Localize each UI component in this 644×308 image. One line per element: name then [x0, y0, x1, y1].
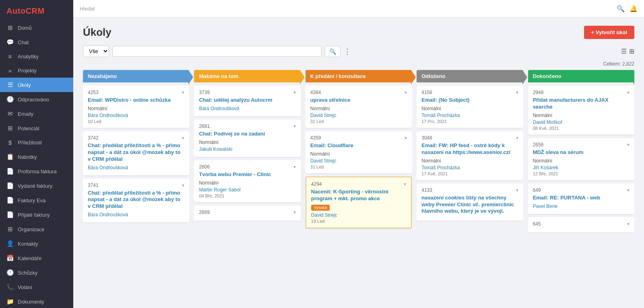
sidebar-item-domů[interactable]: ⊞Domů [0, 21, 73, 35]
card-person: David Moškoř [533, 119, 630, 125]
card-id: 4156▾ [421, 90, 518, 95]
card-number: 3741 [88, 183, 99, 188]
sidebar-item-volání[interactable]: 📞Volání [0, 280, 73, 294]
sidebar-item-chat[interactable]: 💬Chat [0, 35, 73, 49]
sidebar-item-přijaté-faktury[interactable]: 📄Přijaté faktury [0, 207, 73, 222]
card-person: Jakub Kowalski [199, 146, 295, 152]
task-card[interactable]: 2948▾Přidat manufacturers do AJAX search… [528, 86, 634, 135]
card-dropdown-icon[interactable]: ▾ [627, 142, 630, 148]
card-dropdown-icon[interactable]: ▾ [405, 90, 407, 95]
card-dropdown-icon[interactable]: ▾ [627, 221, 630, 227]
sidebar-item-nabídky[interactable]: 📋Nabídky [0, 150, 73, 164]
main-area: Hledat 🔍 🔔 Úkoly + Vytvořit úkol Vše 🔍 ⋮… [73, 0, 644, 308]
sidebar-item-faktury-eva[interactable]: 📄Faktury Eva [0, 193, 73, 207]
card-dropdown-icon[interactable]: ▾ [182, 183, 184, 188]
sidebar-item-kontakty[interactable]: 👤Kontakty [0, 236, 73, 251]
sidebar-icon: 🕐 [6, 96, 14, 103]
card-id: 4253▾ [88, 90, 184, 95]
card-dropdown-icon[interactable]: ▾ [627, 187, 630, 193]
task-card[interactable]: 4133▾nasazení cookies lišty na všechny w… [417, 183, 523, 221]
task-card[interactable]: 4253▾Email: WPDistro - online schůzkaNor… [83, 86, 189, 128]
card-number: 3048 [421, 135, 432, 141]
card-priority: Normální [421, 158, 518, 164]
card-dropdown-icon[interactable]: ▾ [516, 90, 518, 95]
sidebar-item-dokumenty[interactable]: 📁Dokumenty [0, 294, 73, 308]
task-card[interactable]: 2606▾Tvorba webu Premier - ClinicNormáln… [194, 160, 300, 202]
card-date: 12 Bře, 2021 [533, 171, 630, 176]
card-person: Jiří Košárek [533, 165, 630, 170]
card-id: 649▾ [533, 187, 630, 193]
card-dropdown-icon[interactable]: ▾ [293, 209, 296, 215]
sidebar-item-emaily[interactable]: ✉Emaily [0, 107, 73, 121]
sidebar-item-kalendáře[interactable]: 📅Kalendáře [0, 251, 73, 265]
card-id: 2669▾ [199, 209, 295, 215]
task-card[interactable]: 3741▾Chat: předělat příležitosti a % - p… [83, 179, 189, 223]
task-card[interactable]: 645▾ [528, 217, 634, 232]
card-number: 3742 [88, 135, 99, 141]
sidebar-item-label: Nabídky [18, 154, 37, 160]
kanban-board: Nezahájeno4253▾Email: WPDistro - online … [83, 70, 634, 292]
card-number: 2948 [533, 90, 544, 95]
task-card[interactable]: 4294▾Nacenit: K-Sporting - věrnostní pro… [305, 177, 412, 228]
sidebar-icon: 📅 [6, 255, 14, 262]
card-dropdown-icon[interactable]: ▾ [293, 90, 296, 95]
card-date: 31 Led [310, 164, 407, 169]
card-dropdown-icon[interactable]: ▾ [405, 135, 407, 141]
card-dropdown-icon[interactable]: ▾ [516, 135, 518, 141]
card-dropdown-icon[interactable]: ▾ [293, 123, 296, 129]
sidebar-item-potenciál[interactable]: ⊞Potenciál [0, 121, 73, 136]
sidebar-icon: ⊞ [6, 125, 14, 132]
filter-search-button[interactable]: 🔍 [325, 46, 341, 57]
card-title: Email: FW: HP feed - ostré kódy k nasaze… [421, 142, 518, 156]
kanban-view-button[interactable]: ⊞ [629, 47, 634, 55]
card-person: Pavel Bene [533, 203, 630, 209]
sidebar-icon: ≡ [6, 53, 14, 60]
filter-input[interactable] [112, 46, 322, 57]
bell-icon[interactable]: 🔔 [630, 5, 638, 12]
filter-more-button[interactable]: ⋮ [344, 47, 351, 56]
card-date: 31 Led [310, 119, 407, 124]
card-number: 645 [533, 221, 541, 227]
task-card[interactable]: 3048▾Email: FW: HP feed - ostré kódy k n… [417, 131, 523, 180]
card-dropdown-icon[interactable]: ▾ [182, 90, 184, 95]
sidebar-item-vydané-faktury[interactable]: 📄Vydané faktury [0, 179, 73, 193]
card-id: 3742▾ [88, 135, 184, 141]
filter-select[interactable]: Vše [83, 45, 109, 57]
sidebar-item-organizace[interactable]: ⊞Organizace [0, 222, 73, 236]
task-card[interactable]: 2681▾Chat: Podívej se na zadaniNormálníJ… [194, 119, 300, 157]
card-person: Bára Ondroušková [199, 106, 295, 111]
card-dropdown-icon[interactable]: ▾ [293, 164, 296, 170]
task-card[interactable]: 3739▾Chat: udělej analýzu AutocrmBára On… [194, 86, 300, 116]
kanban-cards-dokonceno: 2948▾Přidat manufacturers do AJAX search… [528, 86, 634, 292]
card-priority: Normální [88, 106, 184, 111]
create-task-button[interactable]: + Vytvořit úkol [584, 26, 634, 39]
sidebar-item-projekty[interactable]: »Projekty [0, 64, 73, 78]
task-card[interactable]: 3742▾Chat: předělat příležitosti a % - p… [83, 131, 189, 175]
search-input[interactable] [99, 6, 613, 12]
task-card[interactable]: 2656▾MDŽ sleva na sérumNormálníJiří Košá… [528, 138, 634, 180]
kanban-cards-predani: 4364▾uprava střelniceNormálníDavid Strej… [305, 86, 412, 292]
sidebar-item-příležitosti[interactable]: $Příležitosti [0, 136, 73, 150]
sidebar-item-proforma-faktura[interactable]: 📄Proforma faktura [0, 164, 73, 179]
sidebar-item-label: Dokumenty [18, 299, 44, 305]
sidebar-item-analytiky[interactable]: ≡Analytiky [0, 49, 73, 64]
card-number: 3739 [199, 90, 210, 95]
card-title: Email: WPDistro - online schůzka [88, 97, 184, 104]
task-card[interactable]: 4364▾uprava střelniceNormálníDavid Strej… [305, 86, 412, 128]
card-dropdown-icon[interactable]: ▾ [404, 181, 406, 187]
card-title: Chat: předělat příležitosti a % - přímo … [88, 190, 184, 210]
sidebar-item-odpracováno[interactable]: 🕐Odpracováno [0, 92, 73, 107]
card-person: Tomáš Procházka [421, 113, 518, 118]
task-card[interactable]: 4359▾Email: CloudflareNormálníDavid Stre… [305, 131, 412, 173]
sidebar-item-úkoly[interactable]: ☰Úkoly [0, 78, 73, 92]
task-card[interactable]: 2669▾ [194, 205, 300, 221]
search-icon[interactable]: 🔍 [617, 5, 625, 12]
card-dropdown-icon[interactable]: ▾ [627, 90, 630, 95]
task-card[interactable]: 649▾Email: RE: PURTANA - webPavel Bene [528, 183, 634, 214]
task-card[interactable]: 4156▾Email: (No Subject)NormálníTomáš Pr… [417, 86, 523, 128]
list-view-button[interactable]: ☰ [621, 47, 627, 55]
card-dropdown-icon[interactable]: ▾ [182, 135, 184, 141]
sidebar-item-schůzky[interactable]: 🕐Schůzky [0, 265, 73, 280]
sidebar-item-label: Chat [18, 39, 29, 45]
card-dropdown-icon[interactable]: ▾ [516, 187, 518, 193]
